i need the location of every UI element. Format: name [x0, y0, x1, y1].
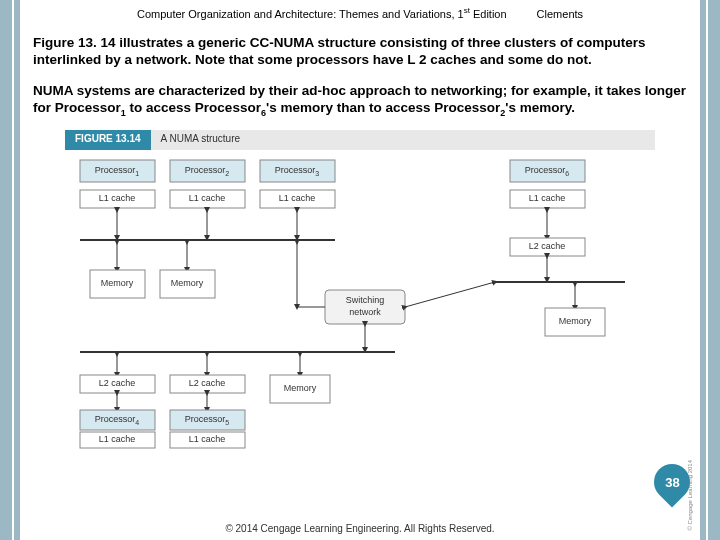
stripe-right-inner — [700, 0, 706, 540]
figure-number: FIGURE 13.14 — [65, 130, 151, 150]
memory-right: Memory — [545, 308, 605, 336]
svg-text:Processor5: Processor5 — [185, 414, 230, 425]
l1-cache-1: L1 cache — [80, 190, 155, 208]
svg-text:Memory: Memory — [559, 316, 592, 326]
page-number: 38 — [665, 475, 679, 490]
figure-13-14: FIGURE 13.14 A NUMA structure Processor1… — [65, 130, 655, 450]
processor-1: Processor1 — [80, 160, 155, 182]
switching-network: Switching network — [325, 290, 405, 324]
svg-text:L1 cache: L1 cache — [99, 434, 136, 444]
paragraph-1: Figure 13. 14 illustrates a generic CC-N… — [25, 20, 695, 69]
figure-copyright: © Cengage Learning 2014 — [687, 460, 693, 530]
figure-caption: A NUMA structure — [151, 130, 655, 150]
memory-bottom: Memory — [270, 375, 330, 403]
svg-text:L1 cache: L1 cache — [99, 193, 136, 203]
svg-text:L2 cache: L2 cache — [99, 378, 136, 388]
stripe-left-inner — [14, 0, 20, 540]
svg-text:Processor1: Processor1 — [95, 165, 140, 176]
figure-title-bar: FIGURE 13.14 A NUMA structure — [65, 130, 655, 150]
numa-diagram: Processor1 Processor2 Processor3 Process… — [65, 150, 655, 450]
stripe-left-outer — [0, 0, 12, 540]
l2-cache-6: L2 cache — [510, 238, 585, 256]
author-name: Clements — [537, 8, 583, 20]
l1-cache-5: L1 cache — [170, 432, 245, 448]
svg-text:Processor6: Processor6 — [525, 165, 570, 176]
paragraph-2: NUMA systems are characterized by their … — [25, 68, 695, 119]
book-title: Computer Organization and Architecture: … — [137, 8, 464, 20]
l2-cache-5: L2 cache — [170, 375, 245, 393]
svg-text:L2 cache: L2 cache — [189, 378, 226, 388]
svg-text:Switching: Switching — [346, 295, 385, 305]
svg-text:L1 cache: L1 cache — [279, 193, 316, 203]
processor-3: Processor3 — [260, 160, 335, 182]
para2-t2: to access Processor — [126, 100, 261, 115]
svg-text:Processor2: Processor2 — [185, 165, 230, 176]
slide-content: Computer Organization and Architecture: … — [25, 0, 695, 540]
svg-text:L2 cache: L2 cache — [529, 241, 566, 251]
svg-text:Processor3: Processor3 — [275, 165, 320, 176]
footer-copyright: © 2014 Cengage Learning Engineering. All… — [0, 523, 720, 534]
memory-left-1: Memory — [90, 270, 145, 298]
svg-text:network: network — [349, 307, 381, 317]
processor-6: Processor6 — [510, 160, 585, 182]
stripe-right-outer — [708, 0, 720, 540]
para2-t3: 's memory than to access Processor — [266, 100, 500, 115]
header-line: Computer Organization and Architecture: … — [25, 0, 695, 20]
l1-cache-3: L1 cache — [260, 190, 335, 208]
svg-text:L1 cache: L1 cache — [189, 434, 226, 444]
l1-cache-4: L1 cache — [80, 432, 155, 448]
memory-left-2: Memory — [160, 270, 215, 298]
para1-text: Figure 13. 14 illustrates a generic CC-N… — [33, 35, 645, 67]
svg-text:Memory: Memory — [284, 383, 317, 393]
edition-word: Edition — [470, 8, 507, 20]
l2-cache-4: L2 cache — [80, 375, 155, 393]
svg-text:L1 cache: L1 cache — [189, 193, 226, 203]
svg-text:Memory: Memory — [171, 278, 204, 288]
processor-2: Processor2 — [170, 160, 245, 182]
processor-5: Processor5 — [170, 410, 245, 430]
svg-text:Processor4: Processor4 — [95, 414, 140, 425]
l1-cache-2: L1 cache — [170, 190, 245, 208]
l1-cache-6: L1 cache — [510, 190, 585, 208]
svg-text:L1 cache: L1 cache — [529, 193, 566, 203]
svg-line-39 — [405, 282, 495, 307]
para2-t4: 's memory. — [505, 100, 575, 115]
svg-text:Memory: Memory — [101, 278, 134, 288]
processor-4: Processor4 — [80, 410, 155, 430]
